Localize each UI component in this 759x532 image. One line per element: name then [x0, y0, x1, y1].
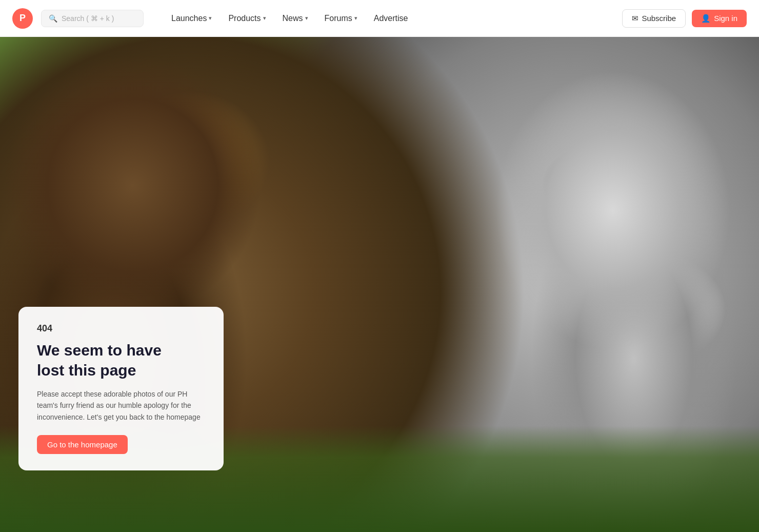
logo[interactable]: P: [12, 8, 33, 29]
subscribe-label: Subscribe: [642, 14, 676, 23]
error-heading: We seem to have lost this page: [37, 340, 205, 380]
subscribe-button[interactable]: ✉ Subscribe: [622, 9, 686, 28]
chevron-down-icon: ▾: [305, 15, 308, 22]
nav-right: ✉ Subscribe 👤 Sign in: [622, 9, 747, 28]
nav-launches-label: Launches: [171, 14, 207, 23]
chevron-down-icon: ▾: [354, 15, 357, 22]
error-heading-line1: We seem to have: [37, 342, 162, 359]
nav-products-label: Products: [228, 14, 261, 23]
nav-item-products[interactable]: Products ▾: [221, 10, 273, 27]
go-to-homepage-button[interactable]: Go to the homepage: [37, 435, 128, 454]
error-code: 404: [37, 323, 205, 334]
nav-advertise-label: Advertise: [374, 14, 408, 23]
nav-news-label: News: [283, 14, 303, 23]
nav-links: Launches ▾ Products ▾ News ▾ Forums ▾ Ad…: [164, 10, 622, 27]
signin-button[interactable]: 👤 Sign in: [692, 10, 747, 27]
nav-item-launches[interactable]: Launches ▾: [164, 10, 219, 27]
search-icon: 🔍: [49, 14, 57, 23]
nav-item-advertise[interactable]: Advertise: [367, 10, 415, 27]
nav-item-forums[interactable]: Forums ▾: [317, 10, 365, 27]
person-icon: 👤: [701, 14, 711, 23]
chevron-down-icon: ▾: [209, 15, 212, 22]
error-description: Please accept these adorable photos of o…: [37, 388, 205, 423]
error-heading-line2: lost this page: [37, 362, 136, 379]
navbar: P 🔍 Search ( ⌘ + k ) Launches ▾ Products…: [0, 0, 759, 37]
search-placeholder: Search ( ⌘ + k ): [62, 14, 114, 23]
envelope-icon: ✉: [632, 14, 638, 23]
nav-forums-label: Forums: [325, 14, 352, 23]
chevron-down-icon: ▾: [263, 15, 266, 22]
nav-item-news[interactable]: News ▾: [275, 10, 315, 27]
logo-letter: P: [19, 13, 26, 24]
error-card: 404 We seem to have lost this page Pleas…: [18, 307, 224, 470]
search-box[interactable]: 🔍 Search ( ⌘ + k ): [41, 10, 144, 27]
signin-label: Sign in: [714, 14, 737, 23]
